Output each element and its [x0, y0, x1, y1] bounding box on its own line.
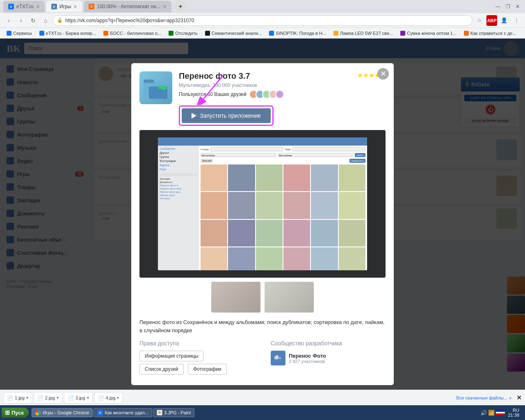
community-members: 2 927 участников: [289, 359, 326, 364]
bookmark-semantic-label: Семантический анали...: [212, 31, 262, 36]
tab-etxt-label: eTXT.ru: [16, 4, 34, 9]
bookmark-sumka-icon: [400, 31, 405, 36]
bookmark-services-icon: [7, 31, 11, 36]
bookmark-sinoptik[interactable]: SINOPTIK: Погода в Н...: [266, 30, 329, 37]
bookmark-sumka[interactable]: Сумка жiноча оптом 1...: [397, 30, 460, 37]
close-button[interactable]: ✕: [514, 2, 522, 11]
nav-actions: ☆ ABP 👤 ⋮: [474, 15, 522, 26]
download-arrow-4[interactable]: ▾: [117, 395, 119, 400]
tab-antiplagiat-favicon: ©: [89, 4, 94, 9]
bookmarks-bar: Сервисы eTXT.ru - Биржа копир... БОСС - …: [0, 28, 525, 39]
tab-etxt[interactable]: e eTXT.ru ✕: [3, 1, 45, 12]
screenshot-placeholder: Сообщения Друзья Группы Фотографии Адрес…: [139, 130, 386, 278]
download-arrow-2[interactable]: ▾: [57, 395, 59, 400]
download-name-4: 4.jpg: [106, 395, 116, 400]
download-name-1: 1.jpg: [15, 395, 25, 400]
nav-bar: ‹ › ↻ ⌂ 🔒 https://vk.com/apps?q=Перенос%…: [0, 13, 525, 28]
forward-button[interactable]: ›: [16, 15, 26, 26]
download-icon-3: 📄: [68, 395, 74, 401]
modal-overlay[interactable]: ✕: [0, 39, 525, 390]
tab-games-close[interactable]: ✕: [73, 4, 77, 9]
svg-rect-6: [276, 355, 278, 357]
start-label: Пуск: [11, 410, 24, 416]
bookmark-services-label: Сервисы: [13, 31, 32, 36]
taskbar-item-paint[interactable]: 🎨 3.JPG - Paint: [153, 408, 194, 417]
back-button[interactable]: ‹: [3, 15, 14, 26]
refresh-button[interactable]: ↻: [28, 15, 39, 26]
community-name: Перенос Фото: [289, 353, 326, 359]
download-arrow-3[interactable]: ▾: [87, 395, 89, 400]
bookmark-sinoptik-label: SINOPTIK: Погода в Н...: [276, 31, 326, 36]
bookmark-semantic[interactable]: Семантический анали...: [202, 30, 265, 37]
bookmark-etxt[interactable]: eTXT.ru - Биржа копир...: [36, 30, 100, 37]
tray-lang: RU: [508, 408, 519, 413]
download-name-2: 2.jpg: [45, 395, 55, 400]
friend-avatar-5: [275, 90, 284, 99]
menu-button[interactable]: ⋮: [511, 15, 522, 26]
download-all-label: Все скачанные файлы...: [457, 395, 507, 400]
app-modal: ✕: [131, 63, 394, 385]
rights-section: Права доступа Информация страницы Список…: [139, 340, 254, 377]
download-item-2[interactable]: 📄 2.jpg ▾: [34, 392, 62, 404]
download-item-1[interactable]: 📄 1.jpg ▾: [3, 392, 32, 404]
taskbar-item-vk[interactable]: В Как вконтакте удал...: [94, 408, 152, 417]
start-icon: ⊞: [5, 409, 10, 416]
download-bar: 📄 1.jpg ▾ 📄 2.jpg ▾ 📄 3.jpg ▾ 📄 4.jpg ▾ …: [0, 390, 525, 405]
modal-screenshot: Сообщения Друзья Группы Фотографии Адрес…: [139, 130, 386, 278]
bookmark-otsledit-icon: [169, 31, 173, 36]
modal-thumbnails: [139, 282, 386, 313]
bookmark-services[interactable]: Сервисы: [3, 30, 35, 37]
bookmark-etxt-icon: [39, 31, 44, 36]
photo-cell: [228, 247, 255, 270]
photo-cell: [201, 247, 227, 270]
photo-cell: [283, 247, 310, 270]
tab-antiplagiat-close[interactable]: ✕: [163, 4, 167, 9]
bookmark-lampa[interactable]: Лампа LED 5W E27 све...: [330, 30, 396, 37]
thumbnail-1: [211, 282, 260, 313]
photo-cell: [339, 220, 365, 247]
download-bar-close[interactable]: ✕: [516, 394, 522, 402]
bookmark-boss[interactable]: БОСС - биллинговая о...: [100, 30, 164, 37]
photo-cell: [283, 220, 310, 247]
download-icon-1: 📄: [7, 395, 13, 401]
tray-time: RU 21:38: [506, 408, 521, 418]
community-avatar: [271, 351, 285, 365]
community-text: Перенос Фото 2 927 участников: [289, 353, 326, 364]
new-tab-button[interactable]: +: [175, 1, 186, 12]
taskbar-item-chrome[interactable]: Игры - Google Chrome: [32, 408, 93, 417]
download-arrow-1[interactable]: ▾: [26, 395, 28, 400]
app-info: Перенос фото 3.7 Мультимедиа, 390 000 уч…: [179, 71, 351, 126]
photo-cell: [256, 247, 283, 270]
launch-app-button[interactable]: Запустить приложение: [182, 108, 271, 123]
tab-games[interactable]: В Игры ✕: [46, 1, 82, 12]
main-content: ВК Елена Моя Страница: [0, 39, 525, 390]
address-bar[interactable]: 🔒 https://vk.com/apps?q=Перенос%20фото&w…: [52, 15, 472, 26]
maximize-button[interactable]: ❐: [504, 2, 512, 11]
tab-antiplагиат[interactable]: © 100.00% - Антиплагиат он... ✕: [84, 1, 171, 12]
download-item-3[interactable]: 📄 3.jpg ▾: [64, 392, 93, 404]
start-button[interactable]: ⊞ Пуск: [2, 408, 29, 418]
bookmark-otsledit[interactable]: Отследить: [165, 30, 201, 37]
bookmark-boss-icon: [103, 31, 108, 36]
abp-button[interactable]: ABP: [486, 15, 497, 26]
download-item-4[interactable]: 📄 4.jpg ▾: [94, 392, 123, 404]
download-all-button[interactable]: Все скачанные файлы... »: [457, 395, 511, 400]
photo-cell: [256, 164, 283, 191]
bookmark-kak[interactable]: Как справиться с де...: [461, 30, 520, 37]
rights-badge-info: Информация страницы: [139, 351, 203, 361]
bookmark-lampa-label: Лампа LED 5W E27 све...: [340, 31, 393, 36]
screenshot-mini-main: Откуда Куда Мои альбомы Мои альбомы созд: [199, 146, 367, 270]
screenshot-mini-sidebar: Сообщения Друзья Группы Фотографии Адрес…: [158, 146, 199, 270]
download-icon-2: 📄: [37, 395, 43, 401]
modal-header: Перенос фото 3.7 Мультимедиа, 390 000 уч…: [131, 63, 394, 130]
profile-button[interactable]: 👤: [499, 15, 509, 26]
bookmark-star-button[interactable]: ☆: [474, 15, 485, 26]
app-icon-svg: [142, 73, 170, 102]
tab-etxt-close[interactable]: ✕: [36, 4, 40, 9]
minimize-button[interactable]: —: [494, 2, 502, 11]
photo-cell: [283, 164, 310, 191]
modal-close-button[interactable]: ✕: [377, 68, 389, 80]
tray-flag-ru: [496, 410, 505, 415]
photo-grid: [201, 164, 365, 270]
home-button[interactable]: ⌂: [40, 15, 51, 26]
